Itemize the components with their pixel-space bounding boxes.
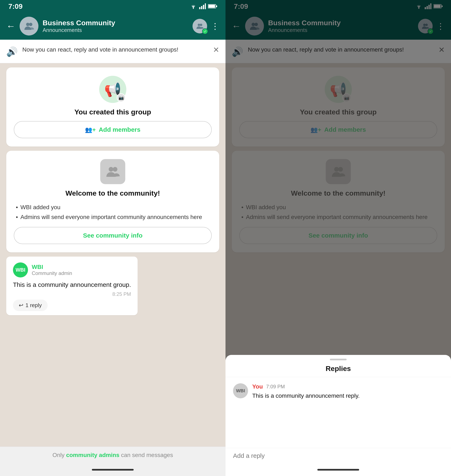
status-bar-left: 7:09 bbox=[0, 0, 226, 13]
welcome-title-left: Welcome to the community! bbox=[66, 189, 160, 197]
reply-item: WBI You 7:09 PM This is a community anno… bbox=[226, 377, 451, 406]
reply-sender: You bbox=[252, 383, 263, 390]
see-info-button-left[interactable]: See community info bbox=[14, 227, 212, 244]
home-bar-sheet bbox=[226, 463, 451, 476]
svg-point-8 bbox=[26, 23, 29, 26]
header-info-left: Business Community Announcements bbox=[43, 19, 188, 33]
community-icon-wrap-left[interactable]: ✓ bbox=[193, 19, 207, 33]
add-reply-row[interactable] bbox=[226, 448, 451, 463]
msg-time-left: 8:25 PM bbox=[13, 291, 131, 297]
reply-text: This is a community announcement reply. bbox=[252, 392, 444, 400]
header-subtitle-left: Announcements bbox=[43, 27, 188, 33]
group-created-icon-left: 📢 📷 bbox=[99, 76, 126, 103]
msg-avatar-left: WBI bbox=[13, 263, 28, 277]
msg-sender-left: WBI bbox=[32, 264, 72, 270]
reply-meta: You 7:09 PM bbox=[252, 383, 444, 390]
add-reply-input[interactable] bbox=[233, 452, 444, 459]
reply-arrow-icon-left: ↩ bbox=[19, 302, 23, 309]
back-button-left[interactable]: ← bbox=[6, 21, 15, 31]
time-left: 7:09 bbox=[8, 2, 23, 10]
created-group-card-left: 📢 📷 You created this group 👥+ Add member… bbox=[6, 67, 219, 147]
menu-button-left[interactable]: ⋮ bbox=[211, 21, 219, 31]
msg-text-left: This is a community announcement group. bbox=[13, 280, 131, 289]
wifi-icon bbox=[190, 3, 197, 9]
svg-rect-1 bbox=[199, 7, 200, 9]
signal-icon bbox=[199, 3, 206, 9]
footer-link-left[interactable]: community admins bbox=[66, 452, 119, 458]
welcome-bullets-left: WBI added you Admins will send everyone … bbox=[14, 202, 212, 222]
home-indicator-left bbox=[92, 469, 134, 470]
svg-rect-7 bbox=[216, 6, 217, 7]
left-panel: 7:09 ← bbox=[0, 0, 226, 476]
speaker-icon-left: 🔊 bbox=[6, 46, 18, 57]
message-bubble-left: WBI WBI Community admin This is a commun… bbox=[6, 257, 138, 315]
replies-title: Replies bbox=[226, 363, 451, 377]
svg-rect-6 bbox=[208, 5, 215, 8]
footer-left: Only community admins can send messages bbox=[0, 447, 226, 463]
green-check-left: ✓ bbox=[202, 28, 208, 34]
community-welcome-svg-left bbox=[105, 164, 120, 179]
svg-point-13 bbox=[113, 167, 117, 172]
group-avatar-icon-left bbox=[24, 21, 34, 31]
camera-icon-left: 📷 bbox=[119, 95, 124, 100]
header-title-left: Business Community bbox=[43, 19, 188, 27]
svg-rect-4 bbox=[205, 3, 206, 9]
welcome-card-left: Welcome to the community! WBI added you … bbox=[6, 151, 219, 252]
header-left: ← Business Community Announcements bbox=[0, 13, 226, 40]
header-avatar-left bbox=[20, 17, 38, 36]
replies-sheet: Replies WBI You 7:09 PM This is a commun… bbox=[226, 355, 451, 476]
svg-rect-2 bbox=[201, 6, 202, 9]
home-bar-left bbox=[0, 463, 226, 476]
header-right-left: ✓ ⋮ bbox=[193, 19, 219, 33]
svg-point-9 bbox=[29, 23, 32, 26]
sheet-handle bbox=[330, 359, 347, 360]
svg-point-12 bbox=[109, 167, 113, 172]
reply-time: 7:09 PM bbox=[266, 384, 285, 389]
add-members-button-left[interactable]: 👥+ Add members bbox=[14, 121, 212, 138]
right-panel: 7:09 ← bbox=[226, 0, 451, 476]
svg-rect-3 bbox=[203, 5, 204, 9]
announcement-banner-left: 🔊 Now you can react, reply and vote in a… bbox=[0, 40, 226, 63]
reply-body: You 7:09 PM This is a community announce… bbox=[252, 383, 444, 400]
add-member-icon-left: 👥+ bbox=[85, 126, 96, 133]
msg-role-left: Community admin bbox=[32, 270, 72, 276]
svg-point-0 bbox=[193, 8, 194, 9]
svg-point-11 bbox=[200, 24, 202, 26]
community-welcome-icon-left bbox=[100, 159, 125, 184]
reply-avatar: WBI bbox=[233, 383, 248, 398]
created-group-title-left: You created this group bbox=[74, 108, 151, 116]
banner-close-left[interactable]: ✕ bbox=[213, 45, 219, 54]
community-icon-svg-left bbox=[196, 22, 204, 30]
bullet-2-left: Admins will send everyone important comm… bbox=[16, 212, 210, 222]
svg-point-10 bbox=[198, 24, 200, 26]
battery-icon bbox=[208, 4, 217, 9]
camera-badge-left[interactable]: 📷 bbox=[117, 93, 125, 102]
msg-header-left: WBI WBI Community admin bbox=[13, 263, 131, 277]
sheet-handle-row bbox=[226, 355, 451, 363]
banner-text-left: Now you can react, reply and vote in ann… bbox=[22, 45, 208, 54]
chat-area-left: 📢 📷 You created this group 👥+ Add member… bbox=[0, 63, 226, 447]
reply-button-left[interactable]: ↩ 1 reply bbox=[13, 300, 48, 311]
status-icons-left bbox=[190, 3, 217, 9]
home-indicator-sheet bbox=[317, 469, 359, 470]
bullet-1-left: WBI added you bbox=[16, 202, 210, 212]
